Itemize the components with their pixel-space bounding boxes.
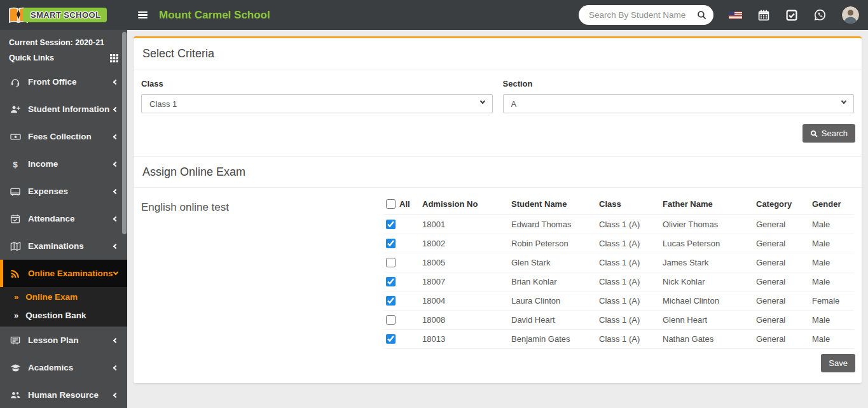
chevron-left-icon: [113, 365, 118, 370]
cell-gender: Male: [809, 311, 854, 330]
cell-gender: Male: [809, 215, 854, 234]
sidebar-item-label: Lesson Plan: [28, 335, 79, 345]
top-header: SMART SCHOOL Mount Carmel School: [0, 0, 868, 30]
chevron-left-icon: [113, 392, 118, 397]
cell-class: Class 1 (A): [596, 215, 660, 234]
student-search-input[interactable]: [588, 10, 697, 20]
task-check-icon[interactable]: [785, 9, 798, 22]
sidebar-subitem-question-bank[interactable]: »Question Bank: [0, 306, 127, 325]
cell-admission-no: 18004: [420, 292, 509, 311]
row-checkbox[interactable]: [386, 315, 396, 325]
table-row: 18002Robin PetersonClass 1 (A)Lucas Pete…: [383, 234, 854, 253]
sidebar-item-attendance[interactable]: Attendance: [0, 205, 127, 232]
cell-gender: Male: [809, 272, 854, 292]
cell-student-name: Edward Thomas: [509, 215, 596, 234]
table-row: 18005Glen StarkClass 1 (A)James StarkGen…: [383, 253, 854, 272]
cell-class: Class 1 (A): [596, 292, 660, 311]
sidebar-item-label: Income: [28, 159, 58, 169]
sidebar-item-label: Front Office: [28, 77, 77, 87]
headset-icon: [10, 77, 21, 87]
calendar-check-icon: [10, 214, 21, 224]
save-button[interactable]: Save: [821, 354, 855, 372]
cell-student-name: Glen Stark: [509, 253, 596, 272]
chevron-down-icon: [113, 270, 118, 275]
col-header-all: All: [383, 196, 420, 215]
cell-gender: Female: [809, 292, 854, 311]
sidebar-item-front-office[interactable]: Front Office: [0, 68, 127, 95]
sidebar-item-student-information[interactable]: Student Information: [0, 95, 127, 123]
section-select[interactable]: A: [503, 94, 855, 113]
chevron-left-icon: [113, 188, 118, 193]
select-all-checkbox[interactable]: [386, 199, 396, 209]
row-checkbox[interactable]: [386, 220, 396, 229]
cell-class: Class 1 (A): [596, 311, 660, 330]
sidebar-item-online-examinations[interactable]: Online Examinations: [0, 260, 127, 287]
class-select[interactable]: Class 1: [141, 94, 493, 113]
cell-father-name: Olivier Thomas: [660, 215, 754, 234]
content-card: Select Criteria Class Class 1 Section A: [134, 36, 862, 383]
sidebar-subitem-online-exam[interactable]: »Online Exam: [0, 288, 127, 306]
row-checkbox[interactable]: [386, 258, 396, 267]
sidebar-item-examinations[interactable]: Examinations: [0, 232, 127, 260]
rss-icon: [10, 269, 21, 279]
col-header-class: Class: [596, 196, 660, 215]
cell-admission-no: 18005: [420, 253, 509, 272]
double-arrow-icon: »: [14, 311, 18, 320]
cell-student-name: David Heart: [509, 311, 596, 330]
sidebar-item-fees-collection[interactable]: Fees Collection: [0, 123, 127, 150]
banknote-icon: [10, 132, 21, 142]
col-header-gender: Gender: [809, 196, 854, 215]
calendar-icon[interactable]: [757, 9, 770, 22]
chevron-left-icon: [113, 216, 118, 221]
sidebar-item-income[interactable]: $Income: [0, 150, 127, 178]
map-book-icon: [10, 241, 21, 251]
graduation-cap-icon: [10, 363, 21, 373]
class-label: Class: [141, 79, 493, 88]
cell-student-name: Brian Kohlar: [509, 272, 596, 292]
search-icon[interactable]: [697, 10, 706, 20]
sidebar-item-label: Academics: [28, 363, 73, 372]
section-label: Section: [503, 79, 855, 88]
search-button[interactable]: Search: [803, 124, 855, 143]
table-row: 18013Benjamin GatesClass 1 (A)Nathan Gat…: [383, 330, 854, 349]
app-logo[interactable]: SMART SCHOOL: [0, 0, 127, 30]
dollar-icon: $: [10, 159, 21, 169]
user-avatar[interactable]: [842, 6, 859, 24]
sidebar-item-label: Expenses: [28, 186, 68, 196]
menu-toggle-button[interactable]: [137, 7, 149, 23]
all-label: All: [399, 199, 410, 209]
col-header-category: Category: [754, 196, 809, 215]
cell-class: Class 1 (A): [596, 253, 660, 272]
cell-admission-no: 18002: [420, 234, 509, 253]
assign-online-exam-title: Assign Online Exam: [134, 157, 862, 187]
sidebar-item-academics[interactable]: Academics: [0, 354, 127, 381]
whatsapp-icon[interactable]: [813, 8, 827, 22]
chevron-left-icon: [113, 161, 118, 166]
sidebar-scrollbar[interactable]: [122, 32, 127, 234]
sidebar-item-human-resource[interactable]: Human Resource: [0, 381, 127, 408]
cell-father-name: James Stark: [660, 253, 754, 272]
sidebar-item-label: Examinations: [28, 241, 84, 251]
cell-admission-no: 18007: [420, 272, 509, 292]
cell-category: General: [754, 330, 809, 349]
col-header-father-name: Father Name: [660, 196, 754, 215]
row-checkbox[interactable]: [386, 334, 396, 344]
chevron-left-icon: [113, 337, 118, 342]
session-block: Current Session: 2020-21 Quick Links: [0, 30, 127, 68]
row-checkbox[interactable]: [386, 277, 396, 286]
current-session-label: Current Session: 2020-21: [9, 38, 118, 47]
chevron-left-icon: [113, 134, 118, 139]
table-row: 18008David HeartClass 1 (A)Glenn HeartGe…: [383, 311, 854, 330]
row-checkbox[interactable]: [386, 239, 396, 248]
card-icon: [10, 186, 21, 197]
cell-student-name: Robin Peterson: [509, 234, 596, 253]
student-search: [579, 5, 713, 25]
us-flag-icon[interactable]: [729, 11, 742, 19]
grid-icon[interactable]: [110, 54, 118, 62]
chevron-left-icon: [113, 106, 118, 111]
student-table-head: AllAdmission NoStudent NameClassFather N…: [383, 196, 854, 215]
sidebar-item-lesson-plan[interactable]: Lesson Plan: [0, 327, 127, 354]
row-checkbox[interactable]: [386, 296, 396, 306]
sidebar-item-expenses[interactable]: Expenses: [0, 178, 127, 205]
double-arrow-icon: »: [14, 292, 18, 302]
